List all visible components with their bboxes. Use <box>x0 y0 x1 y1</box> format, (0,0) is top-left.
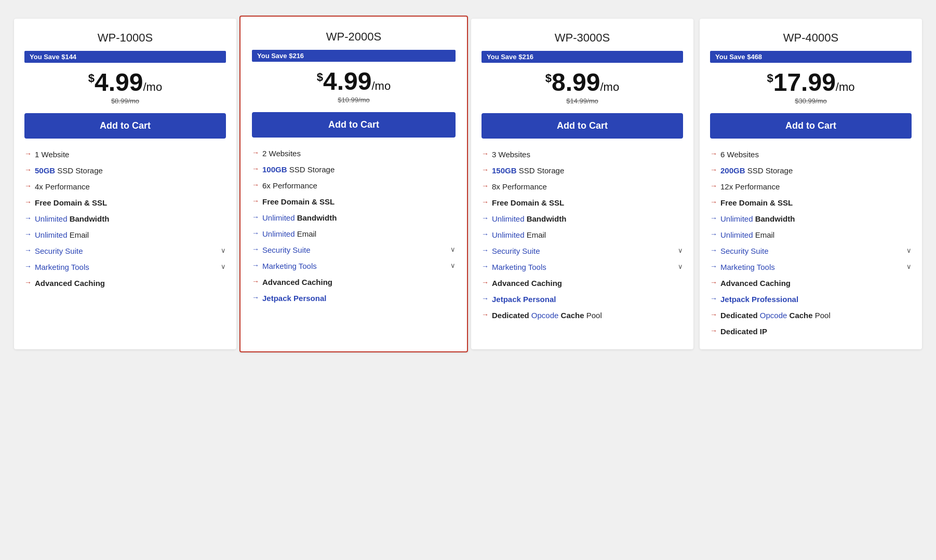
plan-card-wp-2000s: WP-2000SYou Save $216$4.99/mo$10.99/moAd… <box>239 16 468 352</box>
arrow-icon-wp-3000s-9: → <box>482 294 489 304</box>
feature-item-wp-2000s-4: →Unlimited Bandwidth <box>252 212 456 223</box>
plan-card-wp-1000s: WP-1000SYou Save $144$4.99/mo$8.99/moAdd… <box>14 19 236 349</box>
feature-row-wp-1000s-8: Advanced Caching <box>35 278 226 289</box>
add-to-cart-button-wp-3000s[interactable]: Add to Cart <box>482 113 683 139</box>
plan-name-wp-2000s: WP-2000S <box>252 30 456 44</box>
arrow-icon-wp-4000s-4: → <box>710 213 717 224</box>
feature-row-wp-4000s-9: Jetpack Professional <box>720 294 912 305</box>
feature-item-wp-2000s-6: →Security Suite∨ <box>252 244 456 255</box>
feature-text-wp-3000s-2: 8x Performance <box>492 181 683 192</box>
feature-item-wp-2000s-5: →Unlimited Email <box>252 228 456 239</box>
feature-item-wp-4000s-1: →200GB SSD Storage <box>710 165 912 176</box>
feature-item-wp-4000s-7: →Marketing Tools∨ <box>710 262 912 272</box>
feature-row-wp-4000s-10: Dedicated Opcode Cache Pool <box>720 310 912 321</box>
feature-text-wp-1000s-4: Unlimited Bandwidth <box>35 213 226 224</box>
arrow-icon-wp-1000s-3: → <box>24 197 32 208</box>
feature-item-wp-4000s-11: →Dedicated IP <box>710 326 912 337</box>
feature-text-wp-1000s-5: Unlimited Email <box>35 229 226 240</box>
feature-text-wp-3000s-0: 3 Websites <box>492 149 683 160</box>
chevron-icon-wp-1000s-6[interactable]: ∨ <box>221 246 226 255</box>
features-list-wp-4000s: →6 Websites→200GB SSD Storage→12x Perfor… <box>710 149 912 337</box>
feature-row-wp-3000s-5: Unlimited Email <box>492 229 683 240</box>
arrow-icon-wp-1000s-6: → <box>24 245 32 256</box>
arrow-icon-wp-1000s-7: → <box>24 262 32 272</box>
feature-item-wp-1000s-2: →4x Performance <box>24 181 226 192</box>
feature-item-wp-4000s-6: →Security Suite∨ <box>710 245 912 256</box>
feature-text-wp-4000s-0: 6 Websites <box>720 149 912 160</box>
feature-row-wp-1000s-5: Unlimited Email <box>35 229 226 240</box>
feature-row-wp-3000s-0: 3 Websites <box>492 149 683 160</box>
feature-text-wp-3000s-9: Jetpack Personal <box>492 294 683 305</box>
feature-row-wp-4000s-8: Advanced Caching <box>720 278 912 289</box>
plan-card-wp-3000s: WP-3000SYou Save $216$8.99/mo$14.99/moAd… <box>471 19 693 349</box>
chevron-icon-wp-4000s-6[interactable]: ∨ <box>906 246 912 255</box>
arrow-icon-wp-2000s-9: → <box>252 293 259 303</box>
feature-item-wp-4000s-10: →Dedicated Opcode Cache Pool <box>710 310 912 321</box>
chevron-icon-wp-1000s-7[interactable]: ∨ <box>221 262 226 271</box>
chevron-icon-wp-2000s-7[interactable]: ∨ <box>450 261 456 270</box>
arrow-icon-wp-2000s-7: → <box>252 261 259 271</box>
feature-row-wp-3000s-7: Marketing Tools∨ <box>492 262 683 272</box>
feature-item-wp-4000s-4: →Unlimited Bandwidth <box>710 213 912 224</box>
feature-item-wp-1000s-3: →Free Domain & SSL <box>24 197 226 208</box>
arrow-icon-wp-2000s-0: → <box>252 148 259 158</box>
feature-text-wp-2000s-7: Marketing Tools <box>262 261 450 271</box>
arrow-icon-wp-3000s-4: → <box>482 213 489 224</box>
feature-item-wp-1000s-8: →Advanced Caching <box>24 278 226 289</box>
feature-text-wp-4000s-9: Jetpack Professional <box>720 294 912 305</box>
add-to-cart-button-wp-1000s[interactable]: Add to Cart <box>24 113 226 139</box>
feature-item-wp-3000s-2: →8x Performance <box>482 181 683 192</box>
feature-text-wp-1000s-0: 1 Website <box>35 149 226 160</box>
feature-text-wp-1000s-7: Marketing Tools <box>35 262 221 272</box>
arrow-icon-wp-1000s-5: → <box>24 229 32 240</box>
feature-item-wp-1000s-7: →Marketing Tools∨ <box>24 262 226 272</box>
feature-row-wp-3000s-3: Free Domain & SSL <box>492 197 683 208</box>
feature-row-wp-1000s-1: 50GB SSD Storage <box>35 165 226 176</box>
feature-row-wp-2000s-9: Jetpack Personal <box>262 293 456 304</box>
feature-item-wp-3000s-1: →150GB SSD Storage <box>482 165 683 176</box>
price-wp-2000s: $4.99/mo <box>252 69 456 94</box>
savings-badge-wp-2000s: You Save $216 <box>252 50 456 62</box>
arrow-icon-wp-3000s-7: → <box>482 262 489 272</box>
features-list-wp-1000s: →1 Website→50GB SSD Storage→4x Performan… <box>24 149 226 289</box>
feature-row-wp-4000s-1: 200GB SSD Storage <box>720 165 912 176</box>
arrow-icon-wp-1000s-4: → <box>24 213 32 224</box>
chevron-icon-wp-4000s-7[interactable]: ∨ <box>906 262 912 271</box>
feature-item-wp-3000s-4: →Unlimited Bandwidth <box>482 213 683 224</box>
feature-row-wp-3000s-1: 150GB SSD Storage <box>492 165 683 176</box>
add-to-cart-button-wp-2000s[interactable]: Add to Cart <box>252 112 456 138</box>
feature-item-wp-3000s-7: →Marketing Tools∨ <box>482 262 683 272</box>
feature-text-wp-4000s-10: Dedicated Opcode Cache Pool <box>720 310 912 321</box>
feature-item-wp-1000s-5: →Unlimited Email <box>24 229 226 240</box>
chevron-icon-wp-3000s-7[interactable]: ∨ <box>678 262 683 271</box>
arrow-icon-wp-1000s-0: → <box>24 149 32 159</box>
plan-name-wp-4000s: WP-4000S <box>710 31 912 45</box>
pricing-grid: WP-1000SYou Save $144$4.99/mo$8.99/moAdd… <box>11 16 925 352</box>
feature-row-wp-4000s-2: 12x Performance <box>720 181 912 192</box>
arrow-icon-wp-2000s-2: → <box>252 180 259 190</box>
arrow-icon-wp-1000s-1: → <box>24 165 32 175</box>
feature-text-wp-2000s-6: Security Suite <box>262 244 450 255</box>
feature-row-wp-1000s-3: Free Domain & SSL <box>35 197 226 208</box>
feature-item-wp-3000s-0: →3 Websites <box>482 149 683 160</box>
feature-row-wp-2000s-6: Security Suite∨ <box>262 244 456 255</box>
feature-item-wp-4000s-3: →Free Domain & SSL <box>710 197 912 208</box>
chevron-icon-wp-3000s-6[interactable]: ∨ <box>678 246 683 255</box>
feature-item-wp-1000s-0: →1 Website <box>24 149 226 160</box>
feature-row-wp-2000s-4: Unlimited Bandwidth <box>262 212 456 223</box>
feature-text-wp-3000s-10: Dedicated Opcode Cache Pool <box>492 310 683 321</box>
feature-row-wp-4000s-7: Marketing Tools∨ <box>720 262 912 272</box>
arrow-icon-wp-4000s-2: → <box>710 181 717 192</box>
feature-item-wp-2000s-7: →Marketing Tools∨ <box>252 261 456 271</box>
arrow-icon-wp-2000s-4: → <box>252 212 259 223</box>
arrow-icon-wp-3000s-3: → <box>482 197 489 208</box>
feature-row-wp-4000s-0: 6 Websites <box>720 149 912 160</box>
feature-text-wp-3000s-5: Unlimited Email <box>492 229 683 240</box>
chevron-icon-wp-2000s-6[interactable]: ∨ <box>450 245 456 254</box>
arrow-icon-wp-4000s-8: → <box>710 278 717 288</box>
add-to-cart-button-wp-4000s[interactable]: Add to Cart <box>710 113 912 139</box>
arrow-icon-wp-4000s-5: → <box>710 229 717 240</box>
feature-row-wp-2000s-1: 100GB SSD Storage <box>262 164 456 175</box>
feature-row-wp-3000s-6: Security Suite∨ <box>492 245 683 256</box>
feature-item-wp-4000s-0: →6 Websites <box>710 149 912 160</box>
